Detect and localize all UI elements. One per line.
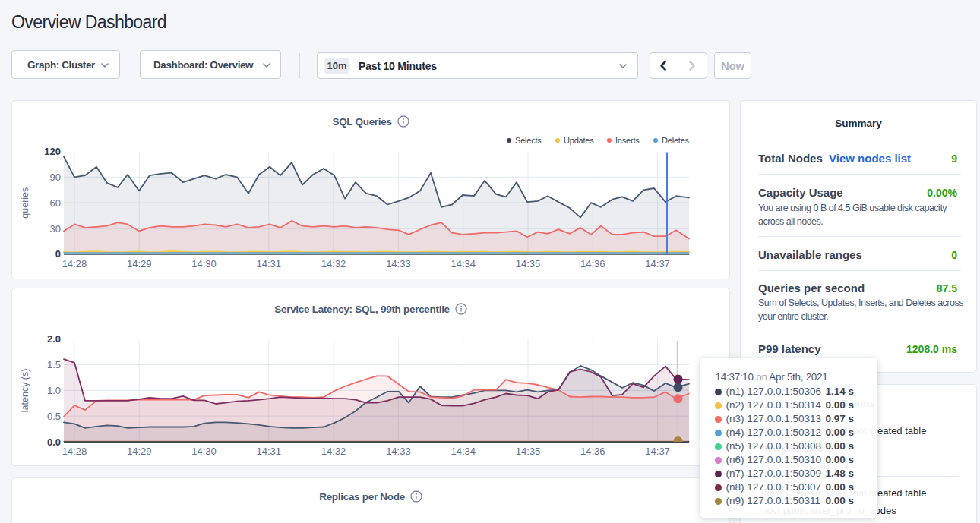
svg-text:14:33: 14:33: [386, 258, 411, 269]
svg-text:0.0: 0.0: [47, 436, 61, 448]
svg-text:0.5: 0.5: [47, 411, 61, 422]
svg-text:1.0: 1.0: [47, 385, 61, 396]
svg-text:14:36: 14:36: [580, 446, 605, 457]
svg-text:14:31: 14:31: [257, 446, 282, 457]
svg-text:30: 30: [50, 223, 61, 235]
svg-text:14:36: 14:36: [580, 258, 605, 269]
svg-text:14:28: 14:28: [62, 446, 87, 457]
svg-text:14:32: 14:32: [321, 446, 346, 457]
svg-text:120: 120: [44, 146, 61, 157]
svg-text:90: 90: [50, 172, 61, 183]
svg-text:14:29: 14:29: [127, 258, 152, 269]
svg-text:14:37: 14:37: [645, 258, 670, 269]
svg-text:14:30: 14:30: [191, 446, 217, 457]
svg-text:14:31: 14:31: [257, 258, 282, 269]
svg-text:14:35: 14:35: [516, 258, 541, 269]
svg-text:14:34: 14:34: [450, 258, 476, 269]
svg-text:14:34: 14:34: [450, 446, 476, 457]
svg-text:60: 60: [50, 197, 61, 209]
svg-text:14:28: 14:28: [62, 258, 87, 269]
svg-text:14:29: 14:29: [127, 446, 152, 457]
svg-text:14:35: 14:35: [516, 446, 541, 457]
svg-text:14:33: 14:33: [386, 446, 411, 457]
svg-text:2.0: 2.0: [47, 333, 61, 345]
svg-text:1.5: 1.5: [47, 359, 61, 370]
svg-text:14:32: 14:32: [321, 258, 346, 269]
svg-text:14:37: 14:37: [645, 446, 670, 457]
svg-text:14:30: 14:30: [191, 258, 217, 269]
svg-text:latency (s): latency (s): [20, 369, 30, 413]
svg-text:queries: queries: [20, 187, 30, 219]
svg-text:0: 0: [55, 248, 61, 260]
